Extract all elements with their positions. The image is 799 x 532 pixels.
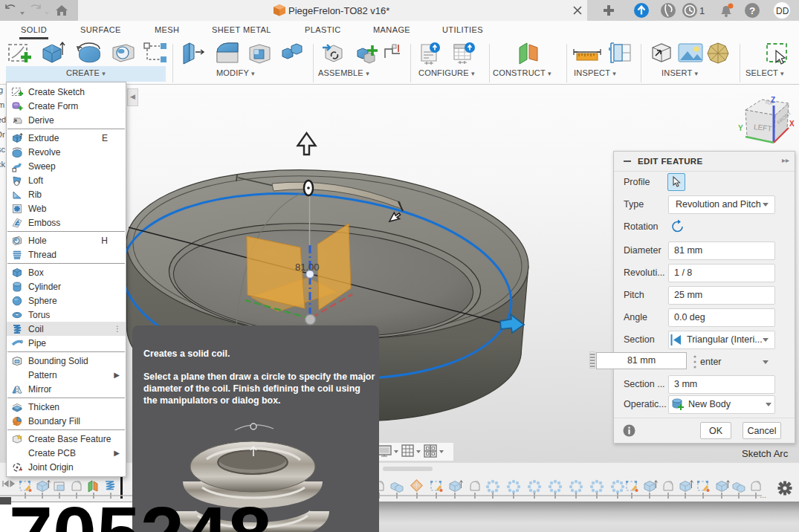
svg-text:X: X [789, 120, 795, 128]
svg-text:?: ? [749, 5, 755, 16]
svg-text:...: ... [760, 490, 766, 499]
svg-text:DD: DD [776, 6, 789, 16]
svg-text:Z: Z [771, 96, 775, 104]
svg-text:81.00: 81.00 [295, 262, 320, 273]
svg-text:1: 1 [699, 5, 705, 16]
svg-text:Y: Y [738, 124, 743, 132]
